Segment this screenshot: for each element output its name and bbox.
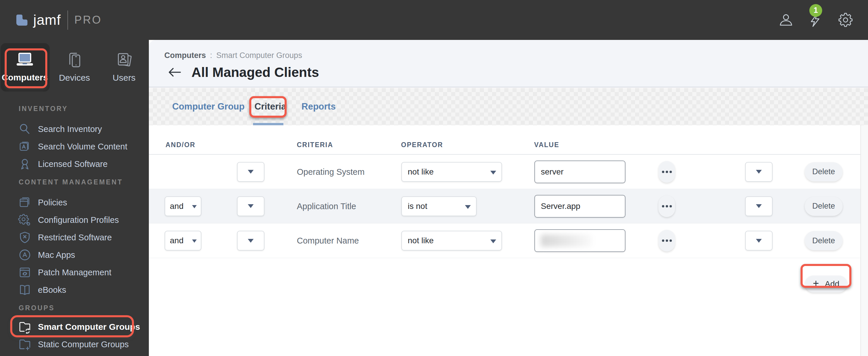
criteria-row: and Computer Name not like Delete: [149, 223, 860, 258]
main-content: Computers : Smart Computer Groups All Ma…: [149, 40, 868, 356]
add-button[interactable]: + Add: [805, 276, 847, 292]
column-header-operator: OPERATOR: [401, 141, 443, 149]
sidebar-tab-label: Devices: [59, 73, 90, 83]
more-options-button[interactable]: [658, 230, 675, 251]
and-or-select[interactable]: and: [165, 197, 202, 216]
chevron-down-icon: [465, 205, 471, 209]
breadcrumb-current[interactable]: Smart Computer Groups: [216, 51, 302, 60]
chevron-down-icon: [248, 170, 254, 174]
chevron-down-icon: [490, 240, 496, 243]
brand-divider: [67, 10, 68, 30]
delete-button[interactable]: Delete: [805, 162, 843, 181]
breadcrumb-separator: :: [210, 51, 213, 60]
chevron-down-icon: [192, 205, 197, 208]
value-input[interactable]: [534, 229, 625, 252]
scrollbar-track[interactable]: [860, 125, 868, 356]
gears-icon: [18, 213, 32, 227]
page-title: All Managed Clients: [191, 64, 319, 80]
app-store-icon: [18, 248, 32, 261]
chevron-down-icon: [756, 204, 762, 208]
top-bar: jamf PRO 1: [0, 0, 868, 40]
folder-plus-icon: [18, 337, 32, 351]
sidebar-item-patch-management[interactable]: Patch Management: [0, 264, 149, 281]
notification-badge: 1: [809, 4, 822, 17]
brand-suffix: PRO: [74, 14, 102, 26]
sidebar-item-ebooks[interactable]: eBooks: [0, 281, 149, 298]
value-input[interactable]: Server.app: [534, 195, 625, 218]
operator-select[interactable]: not like: [401, 162, 502, 182]
sidebar-item-licensed-software[interactable]: Licensed Software: [0, 155, 149, 173]
plus-icon: +: [813, 278, 819, 289]
chevron-down-icon: [192, 240, 197, 243]
tab-strip: Computer Group Criteria Reports: [149, 88, 868, 125]
sidebar-item-smart-computer-groups[interactable]: Smart Computer Groups: [0, 318, 149, 335]
user-icon[interactable]: [779, 13, 793, 27]
ellipsis-icon: [662, 240, 664, 242]
sidebar-tab-computers[interactable]: Computers: [0, 42, 50, 92]
criteria-name: Application Title: [297, 201, 356, 211]
shield-x-icon: [18, 231, 32, 244]
breadcrumb-parent[interactable]: Computers: [164, 51, 206, 60]
and-or-select[interactable]: and: [165, 231, 202, 251]
sidebar-item-policies[interactable]: Policies: [0, 194, 149, 211]
sidebar-section-inventory: INVENTORY: [19, 105, 135, 114]
brand-logo: jamf PRO: [15, 0, 102, 40]
folder-sync-icon: [18, 320, 32, 333]
tab-computer-group[interactable]: Computer Group: [172, 101, 245, 112]
sidebar-item-search-inventory[interactable]: Search Inventory: [0, 120, 149, 138]
sidebar-item-mac-apps[interactable]: Mac Apps: [0, 246, 149, 264]
sidebar-section-content-management: CONTENT MANAGEMENT: [19, 178, 135, 187]
chevron-down-icon: [756, 170, 762, 174]
lightning-icon[interactable]: 1: [808, 13, 823, 27]
sidebar-item-restricted-software[interactable]: Restricted Software: [0, 229, 149, 246]
tab-criteria[interactable]: Criteria: [254, 101, 286, 112]
ellipsis-icon: [662, 205, 664, 207]
column-header-value: VALUE: [534, 141, 559, 149]
sidebar-tab-label: Users: [113, 73, 135, 83]
ellipsis-icon: [662, 171, 664, 173]
window-pages-icon: [18, 196, 32, 209]
operator-select[interactable]: is not: [401, 197, 476, 216]
value-input[interactable]: server: [534, 161, 625, 183]
chevron-down-icon: [756, 239, 762, 243]
delete-button[interactable]: Delete: [805, 197, 843, 216]
laptop-icon: [16, 52, 34, 68]
operator-select[interactable]: not like: [401, 231, 502, 251]
more-options-button[interactable]: [658, 161, 675, 183]
chevron-down-icon: [248, 239, 254, 243]
more-options-button[interactable]: [658, 195, 675, 217]
window-refresh-icon: [18, 266, 32, 279]
gear-icon[interactable]: [838, 13, 853, 27]
search-icon: [18, 122, 32, 136]
criteria-name: Computer Name: [297, 236, 359, 246]
sidebar-item-static-computer-groups[interactable]: Static Computer Groups: [0, 335, 149, 353]
breadcrumb: Computers : Smart Computer Groups: [164, 51, 302, 60]
column-header-criteria: CRITERIA: [297, 141, 333, 149]
sidebar-tab-devices[interactable]: Devices: [50, 42, 99, 92]
row-dropdown[interactable]: [745, 197, 773, 216]
sidebar: Computers Devices: [0, 40, 149, 356]
app-pages-icon: [18, 140, 32, 153]
delete-button[interactable]: Delete: [805, 231, 843, 250]
sidebar-tab-users[interactable]: Users: [99, 42, 149, 92]
sidebar-section-groups: GROUPS: [19, 304, 135, 313]
criteria-row: and Application Title is not Server.app …: [149, 189, 860, 223]
jamf-logo-icon: [15, 13, 29, 27]
and-or-parenthesis-select[interactable]: [237, 231, 265, 251]
criteria-name: Operating System: [297, 167, 365, 177]
row-dropdown[interactable]: [745, 231, 773, 251]
chevron-down-icon: [490, 171, 496, 175]
and-or-parenthesis-select[interactable]: [237, 197, 265, 216]
row-dropdown[interactable]: [745, 162, 773, 182]
award-icon: [18, 157, 32, 171]
tab-reports[interactable]: Reports: [302, 101, 336, 112]
sidebar-item-search-volume-content[interactable]: Search Volume Content: [0, 138, 149, 155]
and-or-parenthesis-select[interactable]: [237, 162, 265, 182]
sidebar-item-configuration-profiles[interactable]: Configuration Profiles: [0, 211, 149, 229]
value-redacted: [541, 235, 592, 247]
criteria-row: Operating System not like server Delete: [149, 155, 860, 189]
column-header-and-or: AND/OR: [165, 141, 195, 149]
brand-name: jamf: [33, 12, 61, 28]
back-arrow-icon[interactable]: [167, 67, 182, 78]
chevron-down-icon: [248, 204, 254, 208]
